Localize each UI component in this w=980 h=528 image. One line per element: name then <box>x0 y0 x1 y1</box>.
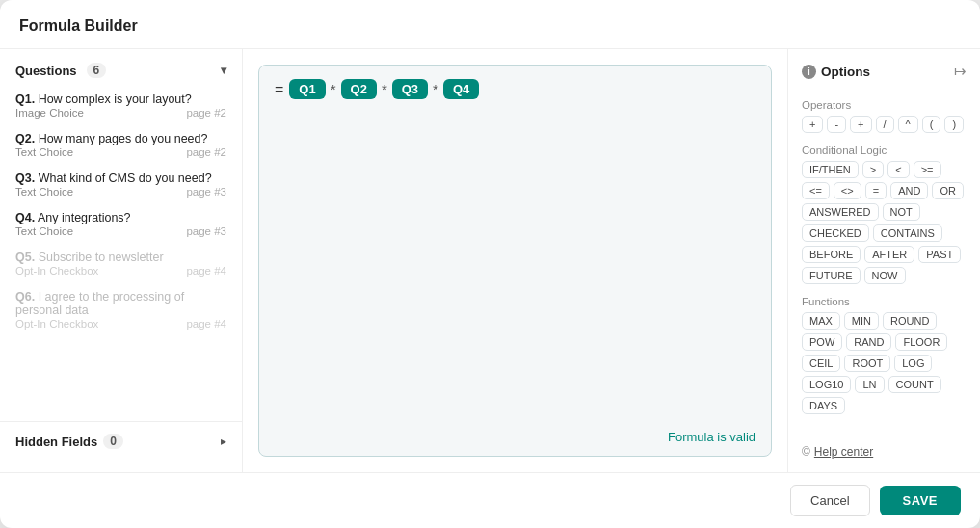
help-center-link[interactable]: © Help center <box>802 434 967 459</box>
cl-past[interactable]: PAST <box>918 246 961 263</box>
fn-root[interactable]: ROOT <box>844 355 890 372</box>
op-multiply[interactable]: + <box>850 116 871 133</box>
operators-label: Operators <box>802 99 967 111</box>
fn-ln[interactable]: LN <box>855 376 884 393</box>
help-icon: © <box>802 445 810 459</box>
cl-checked[interactable]: CHECKED <box>802 224 869 242</box>
op-plus[interactable]: + <box>802 116 823 133</box>
help-center-label[interactable]: Help center <box>814 445 873 459</box>
operators-chip-group: + - + / ^ ( ) <box>802 116 967 133</box>
questions-section-header: Questions 6 ▾ <box>0 49 242 86</box>
op-open-paren[interactable]: ( <box>922 116 941 133</box>
cl-and[interactable]: AND <box>890 182 928 199</box>
formula-tokens: = Q1 * Q2 * Q3 * Q4 <box>275 79 755 99</box>
cl-before[interactable]: BEFORE <box>802 246 861 263</box>
modal-body: Questions 6 ▾ Q1. How complex is your la… <box>0 49 980 472</box>
formula-box[interactable]: = Q1 * Q2 * Q3 * Q4 Formula is valid <box>258 65 772 457</box>
questions-chevron-icon[interactable]: ▾ <box>221 64 226 77</box>
fn-days[interactable]: DAYS <box>802 397 845 414</box>
cl-lt[interactable]: < <box>887 161 909 178</box>
options-title-label: Options <box>821 65 870 79</box>
token-q1[interactable]: Q1 <box>289 79 325 99</box>
token-op-1: * <box>330 81 337 97</box>
cl-gte[interactable]: >= <box>914 161 941 178</box>
cl-neq[interactable]: <> <box>834 182 861 199</box>
options-panel: i Options ↦ Operators + - + / ^ ( ) Cond… <box>787 49 980 472</box>
op-close-paren[interactable]: ) <box>944 116 964 133</box>
fn-max[interactable]: MAX <box>802 312 840 330</box>
functions-label: Functions <box>802 296 967 307</box>
modal-footer: Cancel SAVE <box>0 472 980 528</box>
fn-ceil[interactable]: CEIL <box>802 355 840 372</box>
formula-equals: = <box>275 81 283 98</box>
formula-area: = Q1 * Q2 * Q3 * Q4 Formula is valid <box>243 49 787 472</box>
cl-now[interactable]: NOW <box>864 267 906 284</box>
conditional-logic-chip-group: IF/THEN > < >= <= <> = AND OR ANSWERED N… <box>802 161 967 284</box>
fn-pow[interactable]: POW <box>802 333 842 351</box>
formula-valid-label: Formula is valid <box>668 430 755 444</box>
token-q2[interactable]: Q2 <box>341 79 377 99</box>
op-minus[interactable]: - <box>827 116 846 133</box>
hidden-fields-count: 0 <box>103 434 123 449</box>
op-power[interactable]: ^ <box>898 116 918 133</box>
op-divide[interactable]: / <box>876 116 894 133</box>
questions-count-badge: 6 <box>87 63 107 78</box>
token-op-3: * <box>432 81 439 97</box>
fn-rand[interactable]: RAND <box>846 333 891 351</box>
hidden-fields-label: Hidden Fields <box>15 435 97 449</box>
fn-min[interactable]: MIN <box>844 312 879 330</box>
functions-chip-group: MAX MIN ROUND POW RAND FLOOR CEIL ROOT L… <box>802 312 967 414</box>
cl-answered[interactable]: ANSWERED <box>802 203 879 221</box>
save-button[interactable]: SAVE <box>880 486 961 515</box>
sidebar: Questions 6 ▾ Q1. How complex is your la… <box>0 49 243 472</box>
formula-builder-modal: Formula Builder Questions 6 ▾ Q1. How co… <box>0 0 980 528</box>
options-header: i Options ↦ <box>802 63 967 80</box>
fn-floor[interactable]: FLOOR <box>895 333 947 351</box>
token-q4[interactable]: Q4 <box>443 79 479 99</box>
fn-log[interactable]: LOG <box>894 355 932 372</box>
fn-count[interactable]: COUNT <box>888 376 941 393</box>
question-item-q5: Q5. Subscribe to newsletter Opt-In Check… <box>0 244 242 283</box>
cancel-button[interactable]: Cancel <box>790 485 869 516</box>
info-icon: i <box>802 65 816 79</box>
cl-or[interactable]: OR <box>932 182 964 199</box>
cl-future[interactable]: FUTURE <box>802 267 861 284</box>
hidden-fields-chevron-icon: ▸ <box>221 435 226 448</box>
cl-not[interactable]: NOT <box>883 203 920 221</box>
export-icon[interactable]: ↦ <box>954 63 967 80</box>
hidden-fields-section[interactable]: Hidden Fields 0 ▸ <box>0 421 242 461</box>
question-item-q2[interactable]: Q2. How many pages do you need? Text Cho… <box>0 125 242 165</box>
cl-gt[interactable]: > <box>862 161 884 178</box>
cl-after[interactable]: AFTER <box>864 246 914 263</box>
token-op-2: * <box>381 81 388 97</box>
question-item-q6: Q6. I agree to the processing of persona… <box>0 283 242 336</box>
cl-contains[interactable]: CONTAINS <box>873 224 942 242</box>
conditional-logic-label: Conditional Logic <box>802 145 967 156</box>
fn-log10[interactable]: LOG10 <box>802 376 851 393</box>
question-item-q1[interactable]: Q1. How complex is your layout? Image Ch… <box>0 86 242 125</box>
question-item-q4[interactable]: Q4. Any integrations? Text Choice page #… <box>0 204 242 244</box>
modal-title: Formula Builder <box>0 0 980 49</box>
question-item-q3[interactable]: Q3. What kind of CMS do you need? Text C… <box>0 165 242 204</box>
fn-round[interactable]: ROUND <box>883 312 937 330</box>
cl-if-then[interactable]: IF/THEN <box>802 161 859 178</box>
cl-eq[interactable]: = <box>865 182 887 199</box>
cl-lte[interactable]: <= <box>802 182 830 199</box>
questions-label: Questions <box>15 64 77 78</box>
token-q3[interactable]: Q3 <box>392 79 428 99</box>
